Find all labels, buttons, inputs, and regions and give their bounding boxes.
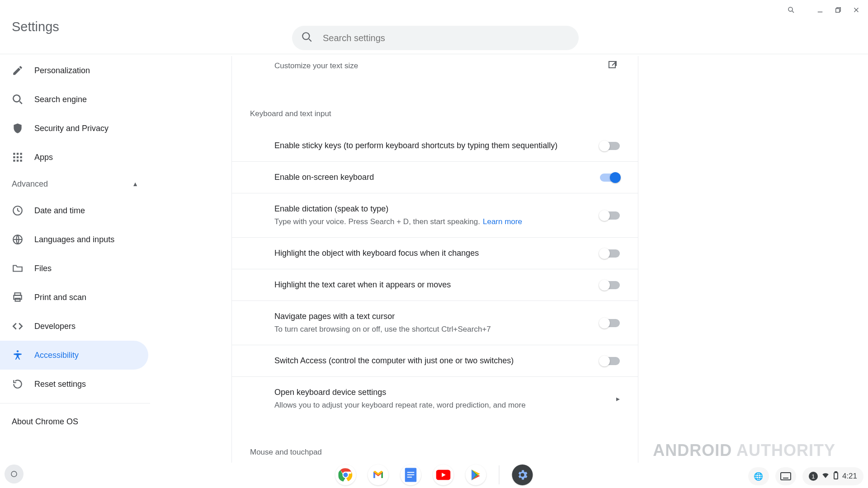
magnifier-icon[interactable]: [783, 4, 799, 16]
row-description: Customize your text size: [250, 61, 358, 70]
divider: [0, 403, 150, 404]
sidebar-item-label: Print and scan: [34, 293, 86, 302]
learn-more-link[interactable]: Learn more: [483, 217, 522, 226]
row-description: Allows you to adjust your keyboard repea…: [274, 401, 526, 410]
toggle-highlight-focus[interactable]: [600, 249, 620, 258]
page-title: Settings: [12, 19, 59, 34]
chrome-app-icon[interactable]: [335, 465, 356, 485]
advanced-label: Advanced: [12, 179, 48, 189]
svg-rect-19: [20, 160, 22, 161]
svg-rect-17: [13, 160, 15, 161]
play-store-app-icon[interactable]: [466, 465, 486, 485]
shelf-divider: [499, 465, 500, 484]
svg-rect-29: [609, 61, 615, 68]
toggle-onscreen-keyboard[interactable]: [600, 174, 620, 182]
ime-tray-icon[interactable]: 🌐: [748, 467, 769, 485]
printer-icon: [12, 291, 24, 303]
svg-rect-41: [781, 473, 791, 480]
sidebar-item-print[interactable]: Print and scan: [0, 283, 150, 312]
sidebar-item-personalization[interactable]: Personalization: [0, 56, 150, 85]
chevron-up-icon: ▲: [132, 180, 138, 188]
maximize-button[interactable]: [830, 4, 846, 16]
launcher-button[interactable]: [5, 465, 24, 483]
row-label: Enable sticky keys (to perform keyboard …: [274, 141, 557, 150]
svg-rect-43: [834, 473, 838, 479]
shield-icon: [12, 122, 24, 134]
search-settings[interactable]: [292, 26, 579, 50]
row-description: To turn caret browsing on or off, use th…: [274, 325, 491, 334]
sidebar-item-label: Apps: [34, 153, 53, 162]
svg-point-7: [302, 33, 309, 39]
svg-rect-36: [407, 472, 415, 473]
row-label: Open keyboard device settings: [274, 388, 526, 397]
wifi-icon: [821, 471, 830, 482]
svg-rect-37: [407, 474, 415, 475]
reset-icon: [12, 378, 24, 390]
sidebar-item-label: Files: [34, 264, 52, 273]
row-dictation: Enable dictation (speak to type) Type wi…: [232, 193, 638, 237]
search-input[interactable]: [323, 33, 570, 43]
accessibility-icon: [12, 349, 24, 361]
sidebar-item-developers[interactable]: Developers: [0, 312, 150, 341]
notification-count-badge: 1: [809, 472, 818, 481]
row-onscreen-keyboard: Enable on-screen keyboard: [232, 161, 638, 193]
globe-icon: [12, 234, 24, 245]
window-controls: [783, 4, 864, 16]
svg-rect-15: [17, 156, 19, 158]
gmail-app-icon[interactable]: [368, 465, 389, 485]
settings-app-icon[interactable]: [512, 465, 533, 485]
sidebar-item-label: Date and time: [34, 206, 85, 216]
svg-point-31: [11, 471, 17, 477]
section-mouse-title: Mouse and touchpad: [232, 421, 638, 463]
sidebar-item-accessibility[interactable]: Accessibility: [0, 341, 148, 370]
sidebar-advanced-toggle[interactable]: Advanced ▲: [0, 172, 150, 196]
svg-rect-11: [13, 153, 15, 155]
toggle-text-cursor[interactable]: [600, 319, 620, 327]
svg-line-1: [792, 11, 794, 13]
row-text-cursor: Navigate pages with a text cursor To tur…: [232, 300, 638, 345]
sidebar-item-files[interactable]: Files: [0, 254, 150, 283]
docs-app-icon[interactable]: [401, 465, 421, 485]
svg-point-0: [788, 7, 793, 11]
toggle-dictation[interactable]: [600, 211, 620, 220]
section-keyboard-title: Keyboard and text input: [232, 82, 638, 130]
svg-rect-44: [835, 472, 837, 473]
sidebar-item-label: Languages and inputs: [34, 235, 114, 244]
svg-rect-12: [17, 153, 19, 155]
sidebar-item-search-engine[interactable]: Search engine: [0, 85, 150, 114]
minimize-button[interactable]: [812, 4, 828, 16]
about-chrome-os-link[interactable]: About Chrome OS: [0, 408, 150, 436]
sidebar-item-security-privacy[interactable]: Security and Privacy: [0, 114, 150, 143]
sidebar-item-languages[interactable]: Languages and inputs: [0, 225, 150, 254]
sidebar-item-label: Accessibility: [34, 351, 79, 360]
svg-rect-14: [13, 156, 15, 158]
svg-point-9: [13, 95, 20, 102]
toggle-highlight-caret[interactable]: [600, 281, 620, 289]
clock-icon: [12, 205, 24, 216]
sidebar-item-label: Security and Privacy: [34, 124, 108, 133]
svg-rect-16: [20, 156, 22, 158]
system-tray: 🌐 1 4:21: [748, 467, 863, 485]
search-icon: [12, 94, 24, 105]
row-label: Enable dictation (speak to type): [274, 204, 522, 214]
row-highlight-caret: Highlight the text caret when it appears…: [232, 269, 638, 300]
svg-point-34: [343, 472, 349, 478]
row-keyboard-device-settings[interactable]: Open keyboard device settings Allows you…: [232, 376, 638, 421]
sidebar-item-apps[interactable]: Apps: [0, 143, 150, 172]
svg-rect-4: [836, 9, 840, 12]
clock-time: 4:21: [842, 472, 857, 481]
sidebar-item-reset[interactable]: Reset settings: [0, 370, 150, 399]
sidebar: Personalization Search engine Security a…: [0, 56, 150, 436]
status-tray[interactable]: 1 4:21: [802, 467, 863, 485]
youtube-app-icon[interactable]: [433, 465, 454, 485]
svg-rect-38: [407, 477, 412, 478]
display-appearance-row[interactable]: Customize your text size: [232, 56, 638, 82]
keyboard-tray-icon[interactable]: [775, 467, 796, 485]
watermark: ANDROID AUTHORITY: [653, 441, 835, 460]
toggle-sticky-keys[interactable]: [600, 142, 620, 150]
close-button[interactable]: [848, 4, 864, 16]
sidebar-item-date-time[interactable]: Date and time: [0, 196, 150, 225]
toggle-switch-access[interactable]: [600, 357, 620, 365]
svg-line-22: [18, 211, 19, 211]
svg-rect-18: [17, 160, 19, 161]
